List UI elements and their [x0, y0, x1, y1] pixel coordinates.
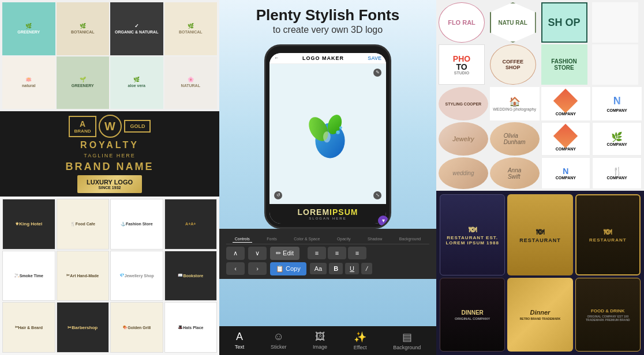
- floral-badge[interactable]: FLO RAL: [439, 2, 485, 43]
- vintage-logo[interactable]: ✂ Art Hand-Made: [57, 251, 110, 301]
- expand-button[interactable]: ▾: [378, 216, 388, 226]
- back-icon[interactable]: ←: [274, 55, 279, 61]
- fashion-store-badge[interactable]: FASHIONSTORE: [541, 44, 587, 85]
- jewelry-logo[interactable]: Jewelry: [439, 122, 488, 156]
- wedding-photography-logo[interactable]: 🏠 WEDDING photography: [490, 87, 540, 120]
- floral-label: FLO RAL: [448, 19, 475, 26]
- olivia-logo[interactable]: OliviaDunham: [490, 122, 540, 156]
- vintage-logo[interactable]: A+ A+: [164, 199, 218, 250]
- vintage-logo[interactable]: 💎 Jewellery Shop: [110, 251, 163, 301]
- tab-background[interactable]: Background: [397, 236, 423, 243]
- nav-image[interactable]: 🖼 Image: [313, 331, 327, 350]
- tab-controls[interactable]: Controls: [233, 236, 252, 243]
- luxury-logo[interactable]: LUXURY LOGO SINCE 1932: [77, 175, 142, 193]
- natural-badge[interactable]: NATU RAL: [490, 2, 536, 43]
- company-n-logo[interactable]: N COMPANY: [592, 87, 642, 120]
- shop-badge[interactable]: SH OP: [541, 2, 587, 43]
- vintage-logo[interactable]: 🎩 Hats Place: [164, 302, 218, 353]
- aa-button[interactable]: Aa: [310, 263, 327, 274]
- vintage-logo[interactable]: 🍖 Golden Grill: [110, 302, 163, 353]
- vintage-label: Golden Grill: [128, 326, 151, 330]
- company-logo-6[interactable]: 🍴 COMPANY: [592, 157, 642, 189]
- nav-sticker[interactable]: ☺ Sticker: [271, 331, 287, 350]
- photo-badge[interactable]: PHOTO STUDIO: [439, 44, 485, 85]
- rotate-handle[interactable]: ↺: [274, 191, 282, 199]
- image-icon: 🖼: [315, 331, 325, 343]
- royalty-logo[interactable]: W: [99, 115, 122, 138]
- coffee-shop-label: COFFEESHOP: [502, 59, 523, 70]
- vintage-logo[interactable]: 📖 Bookstore: [164, 251, 218, 301]
- wedding-logo[interactable]: wedding: [439, 157, 488, 189]
- align-left-button[interactable]: ≡: [308, 247, 326, 259]
- anna-label: AnnaSwift: [508, 167, 521, 180]
- logo-cell[interactable]: 🌿GREENERY: [2, 2, 55, 55]
- coffee-shop-badge[interactable]: COFFEESHOP: [490, 44, 536, 85]
- align-center-button[interactable]: ≡: [328, 247, 346, 259]
- copy-button[interactable]: 📋Copy: [270, 262, 306, 275]
- vintage-logo[interactable]: 🍴 Food Cafe: [57, 199, 110, 250]
- logo-cell[interactable]: 🪷natural: [2, 56, 55, 109]
- format-buttons: Aa B U /: [310, 263, 372, 274]
- slogan-text: SLOGAN HERE: [272, 217, 384, 220]
- phone-screen: ← LOGO MAKER SAVE: [269, 53, 386, 224]
- styling-cooper-logo[interactable]: STYLING COOPER: [439, 87, 488, 120]
- logo-label: BOTANICAL: [179, 30, 203, 34]
- save-button[interactable]: SAVE: [368, 55, 381, 61]
- anna-swift-logo[interactable]: AnnaSwift: [490, 157, 540, 189]
- edit-handle[interactable]: ✎: [373, 69, 381, 77]
- logo-label: GREENERY: [17, 30, 40, 34]
- vintage-label: Hair & Beard: [18, 326, 43, 330]
- edit-button[interactable]: ✏ Edit: [270, 247, 299, 260]
- restaurant-badge-1[interactable]: 🍽 RESTAURANT EST. LOREM IPSUM 1988: [440, 194, 505, 275]
- image-nav-label: Image: [313, 344, 327, 350]
- tab-fonts[interactable]: Fonts: [264, 236, 279, 243]
- logo-cell[interactable]: 🌿BOTANICAL: [57, 2, 110, 55]
- logo-cell[interactable]: 🌿BOTANICAL: [164, 2, 218, 55]
- logo-label: ORGANIC & NATURAL: [115, 30, 158, 34]
- bold-button[interactable]: B: [329, 263, 343, 274]
- align-right-button[interactable]: ≡: [348, 247, 366, 259]
- underline-button[interactable]: U: [345, 263, 359, 274]
- vintage-logo[interactable]: ✂ Barbershop: [57, 302, 110, 353]
- company-logo-5[interactable]: N COMPANY: [541, 157, 591, 189]
- logo-cell[interactable]: 🌱GREENERY: [57, 56, 110, 109]
- dinner-badge-1[interactable]: DINNER ORIGINAL COMPANY: [440, 278, 505, 352]
- vintage-logo[interactable]: ⚓ Fashion Store: [110, 199, 163, 250]
- gold-logo[interactable]: GOLD: [124, 120, 151, 133]
- prev-button[interactable]: ‹: [226, 262, 245, 275]
- vintage-logo[interactable]: 🚬 Smoke Time: [2, 251, 55, 301]
- next-button[interactable]: ›: [248, 262, 267, 275]
- up-button[interactable]: ∧: [226, 247, 245, 260]
- logo-cell[interactable]: 🌸NATURAL: [164, 56, 218, 109]
- tab-color[interactable]: Color & Space: [291, 236, 322, 243]
- restaurant-badge-3[interactable]: 🍽 RESTAURANT: [575, 194, 641, 275]
- logo-cell[interactable]: 🌿aloe vera: [110, 56, 163, 109]
- down-button[interactable]: ∨: [248, 247, 267, 260]
- resize-handle[interactable]: ⤡: [373, 191, 381, 199]
- nav-background[interactable]: ▤ Background: [393, 331, 421, 350]
- copy-label: Copy: [286, 265, 301, 272]
- tab-shadow[interactable]: Shadow: [365, 236, 384, 243]
- tab-opacity[interactable]: Opacity: [335, 236, 353, 243]
- badge-logos-top: FLO RAL NATU RAL SH OP PHOTO STUDIO COFF…: [436, 0, 644, 87]
- italic-button[interactable]: /: [361, 263, 372, 274]
- logo-cell[interactable]: ✓ORGANIC & NATURAL: [110, 2, 163, 55]
- company-label: COMPANY: [606, 142, 627, 146]
- food-drink-badge[interactable]: FOOD & DRINK ORIGINAL COMPANY EST 100 TR…: [575, 278, 641, 352]
- vintage-logo[interactable]: ⚜ King Hotel: [2, 199, 55, 250]
- nav-effect[interactable]: ✨ Effect: [354, 331, 367, 350]
- dinner-badge-2[interactable]: Dinner RETRO BRAND TRADEMARK: [507, 278, 572, 352]
- brand-logo[interactable]: A BRAND: [69, 116, 97, 137]
- vintage-logo[interactable]: ✂ Hair & Beard: [2, 302, 55, 353]
- company-logo-3[interactable]: COMPANY: [541, 122, 591, 156]
- vintage-label: Jewellery Shop: [125, 274, 154, 278]
- bottom-navigation: A Text ☺ Sticker 🖼 Image ✨ Effect ▤ Back…: [219, 326, 436, 355]
- ipsum-label: IPSUM: [330, 207, 358, 217]
- empty-cell: [592, 2, 638, 43]
- phone-mockup: ← LOGO MAKER SAVE: [264, 44, 391, 229]
- company-logo-4[interactable]: 🌿 COMPANY: [592, 122, 642, 156]
- company-diamond-logo[interactable]: COMPANY: [541, 87, 591, 120]
- restaurant-badge-2[interactable]: 🍽 RESTAURANT: [507, 194, 572, 275]
- vintage-label: Art Hand-Made: [70, 274, 99, 278]
- nav-text[interactable]: A Text: [235, 331, 245, 350]
